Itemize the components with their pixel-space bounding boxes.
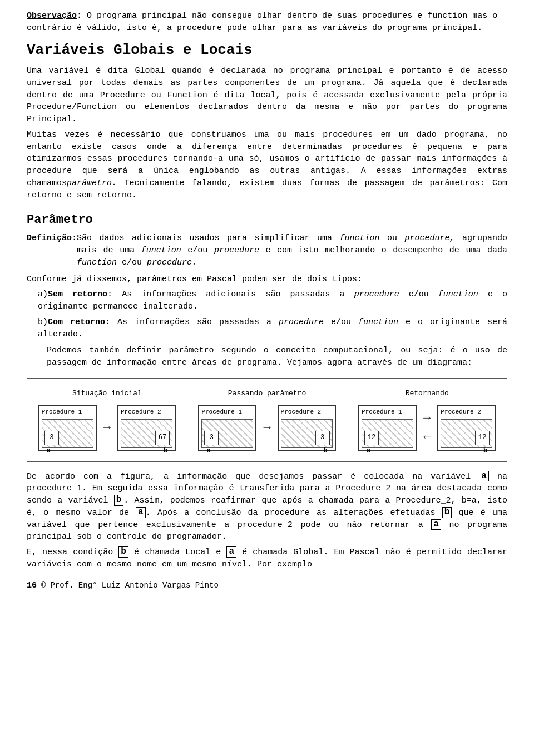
variaveis-section: Variáveis Globais e Locais Uma variável … (27, 40, 507, 202)
variaveis-title: Variáveis Globais e Locais (27, 40, 507, 61)
proc1-val-2: 3 (204, 431, 219, 445)
variaveis-para1: Uma variável é dita Global quando é decl… (27, 65, 507, 126)
proc2-val-2: 3 (315, 431, 330, 445)
conforme-text: Conforme já dissemos, parâmetros em Pasc… (27, 273, 507, 286)
sem-retorno-label: Sem retorno (48, 290, 107, 299)
bold-var-a4: a (226, 546, 236, 558)
proc2-inner-3: 12 b (441, 419, 492, 448)
parametro-title: Parâmetro (27, 211, 507, 229)
diagram-title-3: Retornando (406, 389, 449, 399)
def-label: Definição (27, 233, 72, 243)
proc2-title-2: Procedure 2 (281, 408, 333, 417)
after-diagram-section: De acordo com a figura, a informação que… (27, 471, 507, 571)
proc1-val-3: 12 (364, 431, 379, 445)
proc2-box-1: Procedure 2 67 b (117, 405, 176, 451)
diagram-title-2: Passando parâmetro (228, 389, 306, 399)
proc1-val-1: 3 (44, 431, 59, 445)
observation-block: Observação: O programa principal não con… (27, 10, 507, 34)
proc2-val-3: 12 (475, 431, 490, 445)
proc1-box-3: Procedure 1 12 a (358, 405, 417, 451)
podemos-text: Podemos também definir parâmetro segundo… (47, 345, 507, 369)
page-number: 16 (27, 580, 37, 592)
proc-boxes-2: Procedure 1 3 a → Procedure 2 3 b (198, 405, 335, 451)
proc2-box-2: Procedure 2 3 b (278, 405, 336, 451)
definition-block: Definição: São dados adicionais usados p… (27, 232, 507, 268)
proc-boxes-3: Procedure 1 12 a → ← Procedure 2 12 b (358, 405, 496, 451)
proc1-box-2: Procedure 1 3 a (198, 405, 256, 451)
after-para1: De acordo com a figura, a informação que… (27, 471, 507, 544)
parametro-section: Parâmetro Definição: São dados adicionai… (27, 211, 507, 369)
proc2-val-1: 67 (155, 431, 170, 445)
proc2-title-1: Procedure 2 (121, 408, 172, 417)
footer: 16 © Prof. Eng° Luiz Antonio Vargas Pint… (27, 580, 507, 592)
proc2-var-2: b (323, 446, 327, 456)
proc2-var-3: b (483, 446, 487, 456)
proc1-var-3: a (367, 446, 370, 456)
sem-retorno-block: a)Sem retorno: As informações adicionais… (38, 289, 507, 313)
diagram-section-3: Retornando Procedure 1 12 a → ← Procedur… (347, 384, 507, 456)
proc2-inner-1: 67 b (121, 419, 172, 448)
proc-boxes-1: Procedure 1 3 a → Procedure 2 67 b (38, 405, 176, 451)
arrow-2: → (263, 419, 270, 437)
def-text: São dados adicionais usados para simplif… (77, 232, 507, 268)
com-retorno-block: b)Com retorno: As informações são passad… (38, 316, 507, 341)
proc1-var-2: a (206, 446, 210, 456)
observation-label: Observação (27, 11, 77, 21)
bold-var-b1: b (114, 495, 124, 506)
proc1-inner-3: 12 a (362, 419, 413, 448)
arrow-3: → ← (423, 410, 431, 446)
diagram-section-2: Passando parâmetro Procedure 1 3 a → Pro… (187, 384, 348, 456)
diagram-section-1: Situação inicial Procedure 1 3 a → Proce… (27, 384, 187, 456)
proc2-box-3: Procedure 2 12 b (437, 405, 496, 451)
proc1-var-1: a (47, 446, 51, 456)
bold-var-a1: a (479, 471, 489, 482)
proc2-var-1: b (164, 446, 167, 456)
proc1-inner-2: 3 a (201, 419, 253, 448)
after-para2: E, nessa condição b é chamada Local e a … (27, 546, 507, 571)
bold-var-a3: a (431, 519, 441, 530)
observation-text: Observação: O programa principal não con… (27, 10, 507, 34)
arrow-1: → (103, 419, 111, 437)
proc1-inner-1: 3 a (42, 419, 93, 448)
bold-var-a2: a (136, 507, 146, 518)
diagram-title-1: Situação inicial (72, 389, 142, 399)
footer-text: Prof. Eng° Luiz Antonio Vargas Pinto (50, 580, 218, 591)
variaveis-para2: Muitas vezes é necessário que construamo… (27, 129, 507, 202)
proc1-box-1: Procedure 1 3 a (38, 405, 97, 451)
proc2-title-3: Procedure 2 (441, 408, 492, 417)
bold-var-b2: b (442, 507, 452, 518)
proc2-inner-2: 3 b (281, 419, 333, 448)
proc1-title-3: Procedure 1 (362, 408, 413, 417)
proc1-title-1: Procedure 1 (42, 408, 93, 417)
bold-var-b3: b (118, 546, 128, 558)
com-retorno-label: Com retorno (48, 317, 105, 327)
diagram-container: Situação inicial Procedure 1 3 a → Proce… (27, 378, 507, 462)
copyright-symbol: © (41, 580, 46, 591)
proc1-title-2: Procedure 1 (201, 408, 253, 417)
